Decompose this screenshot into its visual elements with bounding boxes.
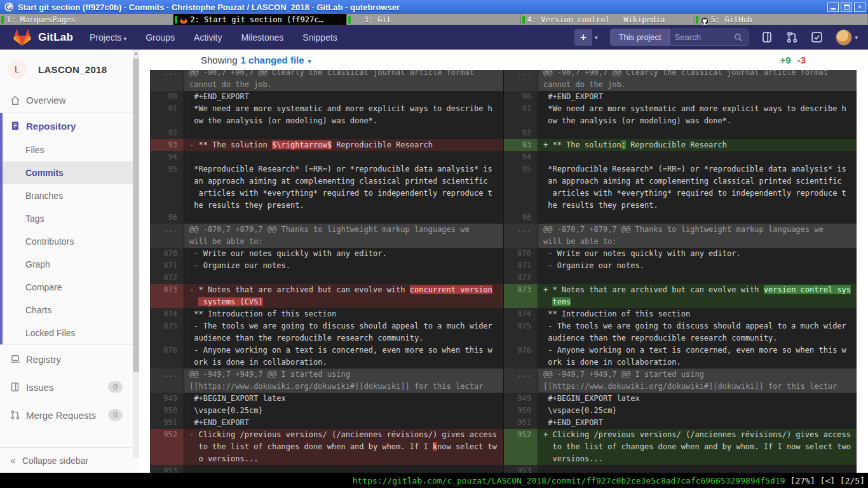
line-number[interactable]: 96 xyxy=(150,212,184,224)
sidebar-item-locked-files[interactable]: Locked Files xyxy=(3,322,133,344)
line-number[interactable]: 92 xyxy=(504,127,538,139)
sidebar-item-charts[interactable]: Charts xyxy=(3,299,133,322)
line-number[interactable]: 90 xyxy=(150,91,184,103)
diff-row: 876- Anyone working on a text is concern… xyxy=(504,344,857,369)
sidebar-item-label: Compare xyxy=(25,282,62,292)
nav-link-activity[interactable]: Activity xyxy=(194,32,222,43)
nav-link-snippets[interactable]: Snippets xyxy=(302,32,337,43)
line-number[interactable]: 949 xyxy=(504,393,538,405)
merge-requests-icon[interactable] xyxy=(786,31,798,43)
line-number[interactable]: 92 xyxy=(150,127,184,139)
line-number[interactable]: 953 xyxy=(150,465,184,473)
browser-tab-1-marquespages[interactable]: 1: MarquesPages xyxy=(0,14,173,25)
sidebar-item-overview[interactable]: Overview xyxy=(0,88,133,113)
line-number[interactable]: 870 xyxy=(150,248,184,260)
diff-line-content: -* Notes that are archived but can evolv… xyxy=(184,284,503,308)
line-number[interactable]: 874 xyxy=(150,308,184,320)
line-number[interactable]: 875 xyxy=(504,320,538,344)
diff-row: 870- Write our notes quickly with any ed… xyxy=(150,248,503,260)
browser-tab-5-github[interactable]: 5: GitHub xyxy=(695,14,868,25)
nav-link-projects[interactable]: Projects▾ xyxy=(90,32,126,43)
sidebar-item-compare[interactable]: Compare xyxy=(3,276,133,299)
line-number[interactable]: 90 xyxy=(504,91,538,103)
diff-line-content: - Anyone working on a text is concerned,… xyxy=(184,344,503,369)
line-number[interactable]: 871 xyxy=(150,260,184,272)
line-number[interactable]: 951 xyxy=(150,417,184,429)
search-input[interactable] xyxy=(675,32,735,42)
sidebar-scrollbar[interactable]: ▲ xyxy=(133,50,139,458)
line-number[interactable]: 95 xyxy=(504,163,538,212)
line-number[interactable]: 93 xyxy=(150,139,184,151)
changed-files-dropdown[interactable]: 1 changed file▼ xyxy=(241,55,313,65)
sidebar-item-tags[interactable]: Tags xyxy=(3,207,133,230)
sidebar-item-registry[interactable]: Registry xyxy=(0,345,133,373)
diff-row: 951#+END_EXPORT xyxy=(504,417,857,429)
line-number[interactable]: 96 xyxy=(504,212,538,224)
line-number[interactable]: 872 xyxy=(150,272,184,284)
count-badge: 0 xyxy=(108,381,123,393)
nav-link-milestones[interactable]: Milestones xyxy=(241,32,283,43)
sidebar-item-commits[interactable]: Commits xyxy=(3,161,133,184)
project-header[interactable]: L LASCON_2018 xyxy=(0,50,133,88)
sidebar-item-files[interactable]: Files xyxy=(3,139,133,161)
window-title: Start git section (ff927c0b) · Commits ·… xyxy=(18,3,824,12)
search-scope-label: This project xyxy=(611,29,669,45)
nav-link-groups[interactable]: Groups xyxy=(146,32,175,43)
new-dropdown-button[interactable]: + ▾ xyxy=(574,29,598,46)
scrollbar-thumb[interactable] xyxy=(133,58,139,372)
line-number[interactable]: 874 xyxy=(504,308,538,320)
diff-line-content: -** The solution $\rightarrow$ Reproduci… xyxy=(184,139,503,151)
line-number[interactable]: 875 xyxy=(150,320,184,344)
sidebar-item-graph[interactable]: Graph xyxy=(3,253,133,276)
browser-tab-3-git[interactable]: 3: Git xyxy=(347,14,520,25)
removed-line-sign: - xyxy=(189,284,194,296)
collapse-sidebar-button[interactable]: « Collapse sidebar xyxy=(0,447,133,473)
line-number[interactable]: 873 xyxy=(150,284,184,308)
diff-row: 872 xyxy=(504,272,857,284)
sidebar-item-repository[interactable]: Repository xyxy=(3,113,133,139)
line-number[interactable]: 94 xyxy=(504,151,538,163)
removed-line-sign: - xyxy=(189,139,194,151)
added-line-sign: + xyxy=(543,429,548,441)
line-number[interactable]: 952 xyxy=(504,429,538,465)
diff-row: 873-* Notes that are archived but can ev… xyxy=(150,284,503,308)
diff-line-content xyxy=(184,127,503,139)
line-number[interactable]: 951 xyxy=(504,417,538,429)
close-icon[interactable]: × xyxy=(854,3,865,12)
sidebar-item-merge-requests[interactable]: Merge Requests0 xyxy=(0,401,133,429)
line-number[interactable]: 95 xyxy=(150,163,184,212)
maximize-icon[interactable] xyxy=(841,3,852,12)
line-number[interactable]: 950 xyxy=(150,405,184,417)
user-menu[interactable]: ▾ xyxy=(836,29,858,46)
todos-icon[interactable] xyxy=(811,31,823,43)
diff-line-content: - Write our notes quickly with any edito… xyxy=(538,248,857,260)
line-number[interactable]: 876 xyxy=(504,344,538,369)
line-number[interactable]: 949 xyxy=(150,393,184,405)
sidebar-item-branches[interactable]: Branches xyxy=(3,184,133,207)
line-number[interactable]: 91 xyxy=(504,103,538,127)
line-number[interactable]: 94 xyxy=(150,151,184,163)
line-number[interactable]: 872 xyxy=(504,272,538,284)
sidebar-item-issues[interactable]: Issues0 xyxy=(0,373,133,401)
line-number[interactable]: 950 xyxy=(504,405,538,417)
issues-icon[interactable] xyxy=(761,31,773,43)
line-number[interactable]: 871 xyxy=(504,260,538,272)
scroll-up-icon[interactable]: ▲ xyxy=(133,50,139,57)
diff-row: 96 xyxy=(504,212,857,224)
line-number[interactable]: 952 xyxy=(150,429,184,465)
line-number: ... xyxy=(504,224,538,248)
gitlab-logo[interactable]: GitLab xyxy=(13,28,73,46)
browser-tab-2-start-git-section-ff927c[interactable]: 2: Start git section (ff927c… xyxy=(173,14,347,25)
line-number[interactable]: 876 xyxy=(150,344,184,369)
diff-line-content xyxy=(538,272,857,284)
chevron-down-icon: ▾ xyxy=(595,34,598,41)
line-number[interactable]: 953 xyxy=(504,465,538,473)
sidebar-item-contributors[interactable]: Contributors xyxy=(3,230,133,253)
sidebar-item-label: Repository xyxy=(26,121,133,132)
line-number[interactable]: 93 xyxy=(504,139,538,151)
minimize-icon[interactable] xyxy=(827,3,839,12)
line-number[interactable]: 91 xyxy=(150,103,184,127)
line-number[interactable]: 870 xyxy=(504,248,538,260)
line-number[interactable]: 873 xyxy=(504,284,538,308)
browser-tab-4-version-control-wikipedia[interactable]: 4: Version control - Wikipedia xyxy=(521,14,695,25)
